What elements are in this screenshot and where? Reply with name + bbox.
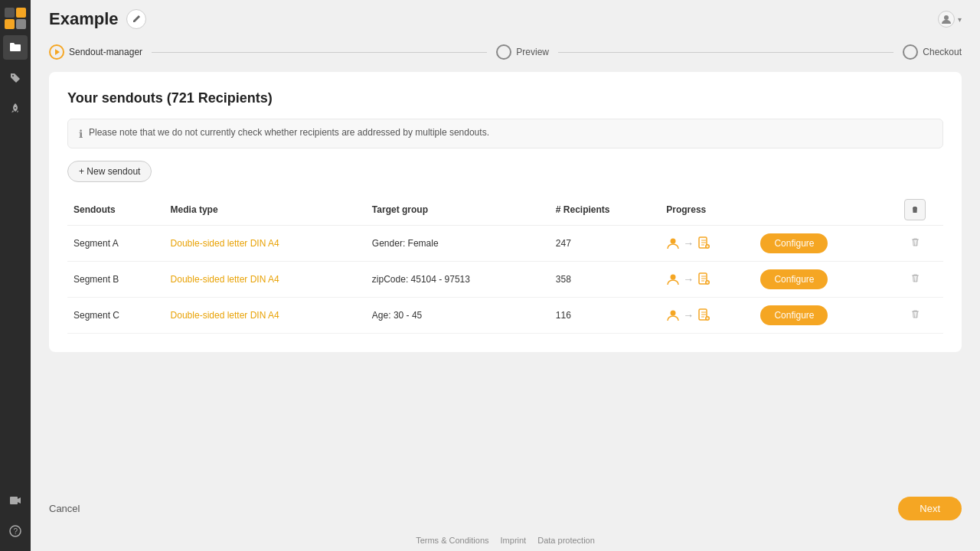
page-footer: Terms & Conditions Imprint Data protecti… xyxy=(31,530,980,551)
step-line-2 xyxy=(558,52,893,53)
th-actions xyxy=(754,194,887,226)
cell-progress-2: → xyxy=(660,298,754,334)
doc-icon-0 xyxy=(697,236,710,250)
cell-delete-1 xyxy=(887,262,943,298)
th-media-type: Media type xyxy=(165,194,366,226)
svg-marker-4 xyxy=(55,49,60,55)
sidebar-item-tag[interactable] xyxy=(3,66,28,90)
cell-progress-0: → xyxy=(660,226,754,262)
step-line-1 xyxy=(152,52,487,53)
imprint-link[interactable]: Imprint xyxy=(501,536,527,545)
info-icon: ℹ xyxy=(79,128,83,140)
svg-point-11 xyxy=(671,311,676,316)
cancel-button[interactable]: Cancel xyxy=(49,503,80,514)
configure-button-2[interactable]: Configure xyxy=(760,305,828,325)
svg-point-8 xyxy=(671,275,676,280)
progress-steps: Sendout-manager Preview Checkout xyxy=(31,38,980,72)
main-content: Example ▾ Sendout- xyxy=(31,0,980,551)
doc-icon-1 xyxy=(697,272,710,286)
edit-title-button[interactable] xyxy=(126,9,146,29)
th-delete xyxy=(887,194,943,226)
delete-all-button[interactable] xyxy=(904,199,926,220)
new-sendout-button[interactable]: + New sendout xyxy=(67,161,152,182)
step-2-label: Preview xyxy=(516,47,549,57)
terms-link[interactable]: Terms & Conditions xyxy=(416,536,488,545)
svg-point-5 xyxy=(671,239,676,244)
header-left: Example xyxy=(49,9,146,29)
doc-icon-2 xyxy=(697,308,710,322)
delete-row-button-1[interactable] xyxy=(907,270,923,289)
delete-row-button-2[interactable] xyxy=(907,306,923,324)
step-sendout-manager[interactable]: Sendout-manager xyxy=(49,44,142,60)
sendouts-card: Your sendouts (721 Recipients) ℹ Please … xyxy=(49,72,962,352)
cell-sendout-0: Segment A xyxy=(67,226,165,262)
person-icon-0 xyxy=(666,236,680,250)
th-target-group: Target group xyxy=(366,194,550,226)
content-area: Your sendouts (721 Recipients) ℹ Please … xyxy=(31,72,980,487)
cell-recipients-0: 247 xyxy=(550,226,660,262)
step-3-label: Checkout xyxy=(923,47,962,57)
delete-row-button-0[interactable] xyxy=(907,234,923,253)
sidebar-item-help[interactable]: ? xyxy=(3,519,28,543)
cell-configure-1: Configure xyxy=(754,262,887,298)
cell-target-group-1: zipCode: 45104 - 97513 xyxy=(366,262,550,298)
person-icon-2 xyxy=(666,308,680,322)
th-recipients: # Recipients xyxy=(550,194,660,226)
user-menu[interactable]: ▾ xyxy=(938,11,962,28)
step-3-circle xyxy=(903,44,918,60)
app-logo xyxy=(5,8,26,29)
cell-configure-2: Configure xyxy=(754,298,887,334)
sidebar-bottom: ? xyxy=(3,488,28,543)
svg-rect-0 xyxy=(10,497,18,504)
info-message: Please note that we do not currently che… xyxy=(89,127,489,138)
data-protection-link[interactable]: Data protection xyxy=(537,536,595,545)
info-banner: ℹ Please note that we do not currently c… xyxy=(67,119,943,148)
sidebar-item-folder[interactable] xyxy=(3,35,28,60)
person-icon-1 xyxy=(666,272,680,286)
cell-sendout-1: Segment B xyxy=(67,262,165,298)
next-button[interactable]: Next xyxy=(898,497,962,520)
arrow-icon-1: → xyxy=(683,273,694,285)
cell-recipients-2: 116 xyxy=(550,298,660,334)
page-title: Example xyxy=(49,9,119,29)
sidebar-item-rocket[interactable] xyxy=(3,96,28,121)
header: Example ▾ xyxy=(31,0,980,38)
user-chevron-icon: ▾ xyxy=(958,15,962,24)
configure-button-1[interactable]: Configure xyxy=(760,269,828,289)
configure-button-0[interactable]: Configure xyxy=(760,233,828,253)
cell-delete-2 xyxy=(887,298,943,334)
cell-progress-1: → xyxy=(660,262,754,298)
cell-recipients-1: 358 xyxy=(550,262,660,298)
step-1-circle xyxy=(49,44,64,60)
sidebar-item-video[interactable] xyxy=(3,488,28,513)
sendouts-table: Sendouts Media type Target group # Recip… xyxy=(67,194,943,334)
cell-target-group-0: Gender: Female xyxy=(366,226,550,262)
cell-media-type-0: Double-sided letter DIN A4 xyxy=(165,226,366,262)
cell-target-group-2: Age: 30 - 45 xyxy=(366,298,550,334)
footer-actions: Cancel Next xyxy=(31,487,980,530)
sidebar: ? xyxy=(0,0,31,551)
cell-delete-0 xyxy=(887,226,943,262)
cell-sendout-2: Segment C xyxy=(67,298,165,334)
step-checkout[interactable]: Checkout xyxy=(903,44,962,60)
svg-point-3 xyxy=(944,15,949,20)
svg-text:?: ? xyxy=(14,527,18,536)
th-sendouts: Sendouts xyxy=(67,194,165,226)
table-row: Segment B Double-sided letter DIN A4 zip… xyxy=(67,262,943,298)
th-progress: Progress xyxy=(660,194,754,226)
table-row: Segment A Double-sided letter DIN A4 Gen… xyxy=(67,226,943,262)
step-2-circle xyxy=(496,44,511,60)
arrow-icon-2: → xyxy=(683,309,694,321)
user-avatar xyxy=(938,11,955,28)
step-preview[interactable]: Preview xyxy=(496,44,549,60)
card-title: Your sendouts (721 Recipients) xyxy=(67,90,943,106)
new-sendout-label: + New sendout xyxy=(79,166,140,177)
cell-media-type-2: Double-sided letter DIN A4 xyxy=(165,298,366,334)
cell-media-type-1: Double-sided letter DIN A4 xyxy=(165,262,366,298)
cell-configure-0: Configure xyxy=(754,226,887,262)
step-1-label: Sendout-manager xyxy=(69,47,142,57)
table-row: Segment C Double-sided letter DIN A4 Age… xyxy=(67,298,943,334)
arrow-icon-0: → xyxy=(683,237,694,249)
